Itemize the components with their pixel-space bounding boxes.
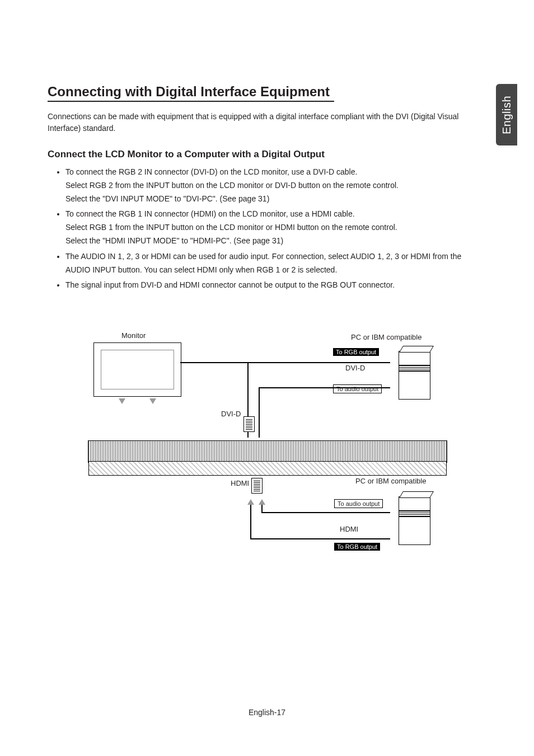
intro-paragraph: Connections can be made with equipment t… bbox=[48, 111, 486, 134]
audio-output-label: To audio output bbox=[334, 499, 383, 508]
cable-line bbox=[261, 512, 390, 513]
pc-label: PC or IBM compatible bbox=[351, 333, 421, 341]
dvi-d-label: DVI-D bbox=[345, 364, 365, 372]
list-item: To connect the RGB 1 IN connector (HDMI)… bbox=[65, 208, 486, 247]
dvi-connector-icon bbox=[243, 416, 255, 432]
language-tab: English bbox=[496, 84, 517, 145]
instruction-list: To connect the RGB 2 IN connector (DVI-D… bbox=[48, 166, 486, 292]
list-item: To connect the RGB 2 IN connector (DVI-D… bbox=[65, 166, 486, 205]
connection-diagram: Monitor PC or IBM compatible To RGB outp… bbox=[48, 331, 486, 566]
cable-line bbox=[250, 505, 251, 538]
arrow-icon bbox=[247, 499, 254, 505]
pc-tower-icon bbox=[399, 496, 430, 545]
arrow-icon bbox=[149, 398, 156, 404]
monitor-label: Monitor bbox=[121, 331, 146, 340]
pc-tower-icon bbox=[399, 351, 430, 400]
document-page: English Connecting with Digital Interfac… bbox=[0, 0, 534, 756]
hdmi-label: HDMI bbox=[340, 525, 358, 533]
port-panel-icon bbox=[88, 440, 447, 463]
dvi-d-connector-label: DVI-D bbox=[221, 410, 241, 418]
list-item: The signal input from DVI-D and HDMI con… bbox=[65, 279, 486, 292]
rgb-output-label: To RGB output bbox=[333, 348, 379, 356]
list-item: The AUDIO IN 1, 2, 3 or HDMI can be used… bbox=[65, 250, 486, 277]
section-subtitle: Connect the LCD Monitor to a Computer wi… bbox=[48, 149, 486, 160]
pc-label: PC or IBM compatible bbox=[355, 477, 426, 485]
hdmi-connector-icon bbox=[251, 478, 263, 494]
audio-output-label: To audio output bbox=[333, 384, 382, 393]
arrow-icon bbox=[119, 398, 125, 404]
cable-line bbox=[180, 362, 390, 363]
cable-line bbox=[259, 387, 260, 438]
cable-line bbox=[259, 387, 390, 388]
page-title: Connecting with Digital Interface Equipm… bbox=[48, 84, 334, 102]
arrow-icon bbox=[259, 499, 265, 505]
page-number: English-17 bbox=[0, 708, 534, 717]
rgb-output-label: To RGB output bbox=[334, 543, 380, 551]
hdmi-connector-label: HDMI bbox=[231, 479, 249, 487]
monitor-icon bbox=[93, 342, 181, 397]
cable-line bbox=[250, 538, 390, 539]
